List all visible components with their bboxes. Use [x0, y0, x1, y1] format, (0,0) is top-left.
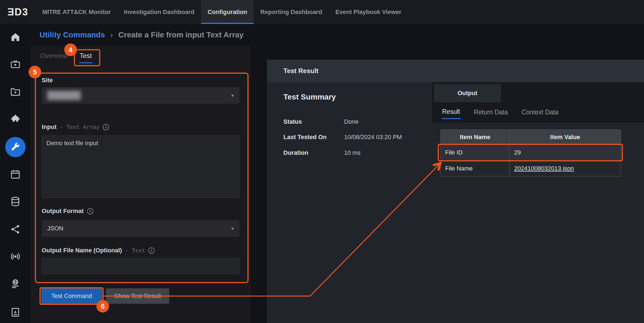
table-cell-file-id-name: File ID	[441, 145, 509, 160]
tab-output[interactable]: Output	[434, 84, 501, 102]
status-value: Done	[344, 118, 359, 125]
subtab-result[interactable]: Result	[442, 106, 461, 119]
document-alert-icon[interactable]	[0, 302, 31, 322]
nav-tab-reporting-dashboard[interactable]: Reporting Dashboard	[254, 0, 329, 24]
folder-play-icon[interactable]	[0, 82, 31, 101]
database-icon[interactable]	[0, 192, 31, 211]
tab-test[interactable]: Test	[79, 51, 92, 63]
home-icon[interactable]	[0, 27, 31, 47]
table-cell-file-name-name: File Name	[441, 161, 509, 176]
show-test-result-button[interactable]: Show Test Result	[106, 288, 169, 304]
breadcrumb-chevron-icon: ›	[110, 31, 113, 39]
output-subtabs: Result Return Data Context Data	[442, 102, 559, 123]
nav-tab-mitre-attck-monitor[interactable]: MITRE ATT&CK Monitor	[36, 0, 117, 24]
column-header-item-value: Item Value	[510, 130, 621, 144]
last-tested-value: 10/08/2024 03:20 PM	[344, 134, 402, 141]
annotation-step-6: 6	[96, 300, 109, 313]
info-icon[interactable]	[103, 124, 109, 130]
monitor-play-icon[interactable]	[0, 55, 31, 74]
table-cell-file-name-value: 20241008032013.json	[510, 161, 621, 176]
duration-value: 10 ms	[344, 149, 361, 156]
table-cell-file-id-value: 29	[510, 145, 621, 160]
calendar-icon[interactable]	[0, 164, 31, 184]
site-label: Site	[42, 77, 53, 84]
nav-tab-event-playbook-viewer[interactable]: Event Playbook Viewer	[329, 0, 408, 24]
site-select[interactable]	[42, 87, 239, 104]
wrench-icon-active[interactable]	[5, 137, 26, 157]
left-sidebar	[0, 24, 31, 323]
input-label: Input - Text Array	[42, 123, 109, 131]
test-command-button[interactable]: Test Command	[41, 288, 102, 304]
tab-overview[interactable]: Overview	[40, 51, 68, 63]
test-result-title: Test Result	[283, 67, 319, 75]
annotation-step-4: 4	[64, 43, 77, 56]
test-result-panel: Test Result Test Summary Status Done Las…	[267, 60, 644, 323]
subtab-context-data[interactable]: Context Data	[521, 106, 559, 119]
file-link[interactable]: 20241008032013.json	[514, 165, 574, 172]
chevron-down-icon	[230, 226, 235, 231]
test-result-header: Test Result	[267, 60, 644, 82]
summary-row-duration: Duration 10 ms	[283, 148, 426, 158]
output-file-name-label: Output File Name (Optional) - Text	[42, 247, 155, 254]
column-header-item-name: Item Name	[441, 130, 509, 144]
info-icon[interactable]	[148, 247, 155, 254]
nav-tab-configuration[interactable]: Configuration	[201, 0, 254, 24]
globe-list-icon[interactable]	[0, 274, 31, 294]
nav-tab-investigation-dashboard[interactable]: Investigation Dashboard	[117, 0, 201, 24]
output-file-name-input[interactable]	[42, 258, 239, 274]
share-nodes-icon[interactable]	[0, 219, 31, 239]
output-format-label: Output Format	[42, 208, 93, 215]
command-test-panel: Overview Test Site Input - Text Array De…	[31, 46, 250, 323]
output-format-select[interactable]: JSON	[42, 220, 239, 237]
page-title: Create a File from input Text Array	[118, 31, 244, 39]
info-icon[interactable]	[87, 208, 93, 214]
top-nav: ƎD3 MITRE ATT&CK Monitor Investigation D…	[0, 0, 644, 24]
subtab-return-data[interactable]: Return Data	[473, 106, 508, 119]
summary-row-last-tested: Last Tested On 10/08/2024 03:20 PM	[283, 132, 426, 142]
site-selected-value	[47, 91, 81, 100]
puzzle-icon[interactable]	[0, 109, 31, 129]
test-summary-title: Test Summary	[283, 93, 336, 101]
annotation-step-5: 5	[29, 66, 41, 78]
input-textarea[interactable]: Demo text file input	[42, 136, 239, 198]
broadcast-icon[interactable]	[0, 247, 31, 266]
chevron-down-icon	[230, 93, 235, 98]
d3-logo[interactable]: ƎD3	[0, 0, 36, 24]
result-table: Item Name Item Value File ID 29 File Nam…	[441, 129, 621, 176]
breadcrumb-utility-commands[interactable]: Utility Commands	[40, 31, 105, 39]
summary-row-status: Status Done	[283, 117, 426, 126]
breadcrumb: Utility Commands › Create a File from in…	[40, 24, 244, 46]
